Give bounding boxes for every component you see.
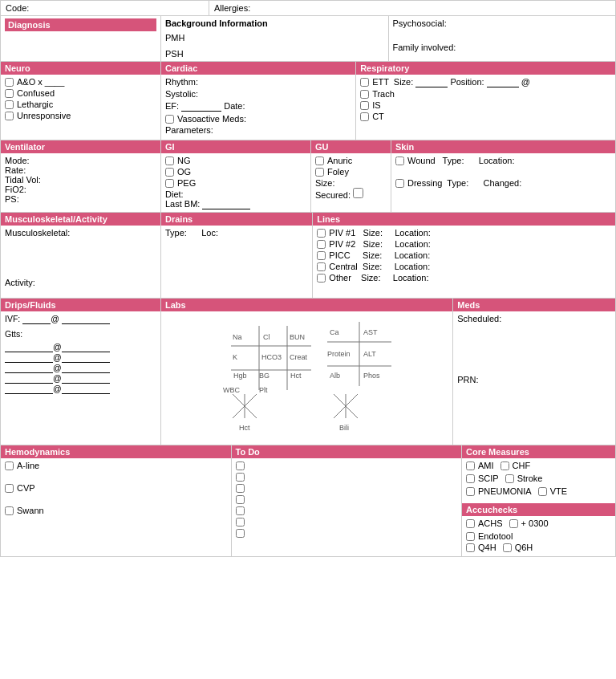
todo-header: To Do xyxy=(232,445,462,458)
hemo-aline-checkbox[interactable] xyxy=(5,461,14,470)
todo-cb-7[interactable] xyxy=(236,529,245,538)
svg-text:BUN: BUN xyxy=(290,333,305,341)
todo-item-2 xyxy=(236,472,458,482)
cardiac-parameters: Parameters: xyxy=(165,125,351,135)
core-chf-cb[interactable] xyxy=(500,461,509,470)
svg-text:Creat: Creat xyxy=(290,353,308,361)
todo-cb-6[interactable] xyxy=(236,518,245,527)
gu-anuric-checkbox[interactable] xyxy=(315,157,324,165)
accu-achs-cb[interactable] xyxy=(466,519,475,528)
psychosocial-section: Psychosocial: Family involved: xyxy=(389,16,616,61)
pmh-field: PMH xyxy=(165,33,384,43)
diagnosis-header: Diagnosis xyxy=(1,16,161,61)
core-ami-cb[interactable] xyxy=(466,461,475,470)
svg-text:HCO3: HCO3 xyxy=(261,353,282,361)
todo-item-4 xyxy=(236,494,458,504)
resp-trach-checkbox[interactable] xyxy=(360,90,369,99)
lines-central: Central Size: Location: xyxy=(317,262,611,271)
resp-ett: ETT Size: Position: @ xyxy=(360,77,611,87)
psychosocial-field: Psychosocial: xyxy=(393,18,612,28)
hemo-swann-checkbox[interactable] xyxy=(5,506,14,515)
accu-q6h: Q6H xyxy=(503,543,533,552)
accu-achs: ACHS xyxy=(466,518,503,528)
accu-q6h-cb[interactable] xyxy=(503,543,512,552)
accu-q4h-q6h: Q4H Q6H xyxy=(466,543,611,554)
todo-cb-4[interactable] xyxy=(236,495,245,504)
gi-og: OG xyxy=(165,167,306,177)
todo-cb-1[interactable] xyxy=(236,461,245,470)
musculoskeletal-field: Musculoskeletal: xyxy=(5,228,156,238)
cardiac-systolic: Systolic: xyxy=(165,89,351,99)
gu-secured-checkbox[interactable] xyxy=(353,188,363,198)
vent-mode: Mode: xyxy=(5,156,156,165)
ventilator-section: Ventilator Mode: Rate: Tidal Vol: FiO2: … xyxy=(1,140,161,212)
lines-other-checkbox[interactable] xyxy=(317,274,326,283)
resp-ct-checkbox[interactable] xyxy=(360,112,369,121)
skin-header: Skin xyxy=(391,140,615,153)
core-scip-stroke: SCIP Stroke xyxy=(466,474,611,485)
svg-text:Ca: Ca xyxy=(330,328,339,336)
resp-is-checkbox[interactable] xyxy=(360,101,369,110)
cardiac-vasoactive: Vasoactive Meds: xyxy=(165,114,351,124)
todo-item-5 xyxy=(236,506,458,515)
cardiac-header: Cardiac xyxy=(161,62,355,75)
todo-item-7 xyxy=(236,528,458,538)
lines-piv1: PIV #1 Size: Location: xyxy=(317,228,611,238)
drips-header: Drips/Fluids xyxy=(1,299,160,311)
neuro-unresponsive-checkbox[interactable] xyxy=(5,112,14,120)
todo-section: To Do xyxy=(232,445,463,556)
musculoskeletal-header: Musculoskeletal/Activity xyxy=(1,213,160,226)
respiratory-header: Respiratory xyxy=(356,62,615,75)
core-measures-header: Core Measures xyxy=(462,445,615,458)
todo-item-1 xyxy=(236,461,458,470)
hemo-aline: A-line xyxy=(5,461,227,470)
skin-wound: Wound Type: Location: xyxy=(395,156,611,165)
gi-section: GI NG OG PEG Diet: Last BM: xyxy=(161,140,311,212)
gu-foley-checkbox[interactable] xyxy=(315,168,324,177)
vent-rate: Rate: xyxy=(5,165,156,175)
background-header: Background Information xyxy=(165,18,384,28)
hemo-cvp-checkbox[interactable] xyxy=(5,484,14,493)
neuro-aox: A&O x ____ xyxy=(5,77,156,87)
core-stroke-cb[interactable] xyxy=(505,474,514,483)
gtts-line5: @ xyxy=(5,384,156,394)
gi-ng-checkbox[interactable] xyxy=(165,157,174,165)
neuro-confused: Confused xyxy=(5,88,156,98)
accu-q4h-cb[interactable] xyxy=(466,543,475,552)
neuro-lethargic-checkbox[interactable] xyxy=(5,100,14,109)
resp-ct: CT xyxy=(360,112,611,121)
svg-text:Hct: Hct xyxy=(239,424,250,432)
neuro-aox-checkbox[interactable] xyxy=(5,78,14,87)
resp-ett-checkbox[interactable] xyxy=(360,78,369,87)
todo-item-6 xyxy=(236,517,458,527)
svg-text:Alb: Alb xyxy=(330,372,340,380)
core-scip-cb[interactable] xyxy=(466,474,475,483)
neuro-unresponsive: Unresponsive xyxy=(5,111,156,120)
lines-picc-checkbox[interactable] xyxy=(317,251,326,260)
todo-cb-3[interactable] xyxy=(236,484,245,493)
activity-field: Activity: xyxy=(5,278,156,287)
svg-text:Bili: Bili xyxy=(339,424,349,432)
lines-piv2: PIV #2 Size: Location: xyxy=(317,239,611,249)
svg-text:AST: AST xyxy=(363,328,378,336)
skin-dressing-checkbox[interactable] xyxy=(395,179,404,188)
lines-piv1-checkbox[interactable] xyxy=(317,229,326,238)
gi-og-checkbox[interactable] xyxy=(165,168,174,177)
neuro-confused-checkbox[interactable] xyxy=(5,89,14,98)
skin-wound-checkbox[interactable] xyxy=(395,157,404,165)
accu-0300-cb[interactable] xyxy=(509,519,518,528)
gi-peg-checkbox[interactable] xyxy=(165,179,174,188)
cardiac-vasoactive-checkbox[interactable] xyxy=(165,115,174,124)
core-pneumonia-cb[interactable] xyxy=(466,487,475,496)
gtts-line2: @ xyxy=(5,352,156,363)
core-vte-cb[interactable] xyxy=(538,487,547,496)
lines-central-checkbox[interactable] xyxy=(317,262,326,271)
accu-endotool-cb[interactable] xyxy=(466,532,475,541)
lines-piv2-checkbox[interactable] xyxy=(317,240,326,249)
allergies-field: Allergies: xyxy=(209,1,615,15)
drains-header: Drains xyxy=(161,213,312,226)
meds-header: Meds xyxy=(453,299,615,311)
todo-cb-5[interactable] xyxy=(236,506,245,515)
family-involved-field: Family involved: xyxy=(393,43,612,52)
todo-cb-2[interactable] xyxy=(236,473,245,482)
